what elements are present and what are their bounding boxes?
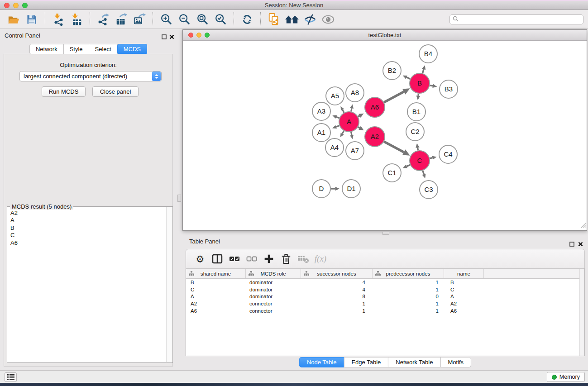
graph-node-A4[interactable]: A4 [325,138,344,157]
graph-node-B2[interactable]: B2 [383,62,401,80]
search-input[interactable] [460,16,580,23]
graph-node-B4[interactable]: B4 [419,45,437,63]
graph-node-A8[interactable]: A8 [346,84,364,102]
show-graphics-details-icon[interactable] [321,12,335,27]
table-row[interactable]: Bdominator41B [186,279,584,286]
control-tab-style[interactable]: Style [63,44,89,54]
add-column-icon[interactable] [260,249,277,268]
mcds-result-item[interactable]: A6 [8,239,166,247]
graph-node-A6[interactable]: A6 [365,97,385,117]
import-network-icon[interactable] [52,12,65,27]
criterion-dropdown[interactable]: largest connected component (directed) [19,71,162,81]
tab-network-table[interactable]: Network Table [388,357,440,367]
mcds-list-scrollbar[interactable] [166,207,172,362]
clone-network-icon[interactable] [267,12,281,27]
mcds-result-item[interactable]: A2 [8,210,166,217]
svg-text:B: B [417,79,422,87]
control-tab-select[interactable]: Select [89,44,118,54]
graph-node-A1[interactable]: A1 [312,124,330,142]
network-close-button[interactable] [188,33,193,38]
table-scrollbar[interactable] [579,269,584,356]
graph-node-C1[interactable]: C1 [383,164,401,182]
tab-motifs[interactable]: Motifs [440,357,471,367]
graph-node-D1[interactable]: D1 [342,180,360,198]
column-header-MCDS-role[interactable]: MCDS role [246,269,301,278]
tab-node-table[interactable]: Node Table [299,357,344,367]
export-network-icon[interactable] [96,12,110,27]
network-zoom-button[interactable] [205,33,210,38]
zoom-in-icon[interactable] [159,12,173,27]
network-window-titlebar[interactable]: testGlobe.txt [183,30,587,41]
graph-node-B[interactable]: B [410,73,430,93]
graph-node-A5[interactable]: A5 [326,87,344,105]
home-hierarchy-icon[interactable] [285,12,299,27]
export-table-icon[interactable] [115,12,128,27]
graph-node-A[interactable]: A [339,112,359,132]
hide-graphics-icon[interactable] [303,12,317,27]
zoom-out-icon[interactable] [177,12,191,27]
import-table-icon[interactable] [70,12,83,27]
cell-name: A6 [444,308,484,314]
column-header-name[interactable]: name [444,269,484,278]
table-toolbar: ⚙ f(x) [186,249,585,269]
table-row[interactable]: A6connector11A6 [186,307,584,315]
save-session-icon[interactable] [25,12,38,27]
resize-grip-icon[interactable] [581,222,586,230]
table-settings-gear-icon[interactable]: ⚙ [191,249,209,268]
close-panel-button[interactable]: Close panel [92,86,139,97]
graph-node-A7[interactable]: A7 [346,142,364,160]
function-builder-icon[interactable]: f(x) [312,249,329,268]
zoom-selected-icon[interactable] [214,12,227,27]
vertical-divider-handle[interactable] [177,195,181,202]
graph-node-A2[interactable]: A2 [365,127,385,147]
minimize-window-button[interactable] [13,3,19,8]
header-filler [484,269,584,278]
deselect-all-icon[interactable] [243,249,260,268]
mcds-result-item[interactable]: B [8,224,166,232]
table-row[interactable]: Adominator80A [186,293,584,300]
graph-node-C[interactable]: C [410,151,430,171]
toolbar-separator [260,12,261,26]
zoom-fit-icon[interactable] [196,12,209,27]
task-history-button[interactable] [5,372,17,382]
graph-node-C3[interactable]: C3 [420,181,438,199]
refresh-layout-icon[interactable] [240,12,254,27]
export-image-icon[interactable] [133,12,146,27]
run-mcds-button[interactable]: Run MCDS [42,86,86,97]
control-tab-network[interactable]: Network [29,44,64,54]
cell-shared-name: C [186,287,246,292]
search-field[interactable] [449,14,583,24]
zoom-window-button[interactable] [22,3,28,8]
graph-node-C4[interactable]: C4 [439,145,457,163]
delete-table-icon[interactable] [295,249,312,268]
network-minimize-button[interactable] [196,33,201,38]
float-panel-icon[interactable] [162,33,167,41]
open-session-icon[interactable] [7,12,20,27]
column-header-successor-nodes[interactable]: successor nodes [301,269,373,278]
table-row[interactable]: Cdominator41C [186,286,584,293]
close-window-button[interactable] [4,3,10,8]
network-canvas[interactable]: AA1A2A3A4A5A6A7A8BB1B2B3B4CC1C2C3C4DD1 [183,41,587,230]
criterion-selected-value: largest connected component (directed) [20,73,152,80]
mcds-result-item[interactable]: A [8,217,166,224]
horizontal-divider-handle[interactable] [382,232,389,235]
column-header-predecessor-nodes[interactable]: predecessor nodes [373,269,444,278]
graph-node-A3[interactable]: A3 [312,102,330,120]
memory-button[interactable]: Memory [547,372,585,382]
close-panel-icon[interactable] [578,240,583,248]
mcds-result-item[interactable]: C [8,232,166,239]
select-all-check-icon[interactable] [226,249,243,268]
graph-node-B1[interactable]: B1 [407,103,425,121]
graph-arrowhead [350,104,354,109]
graph-node-D[interactable]: D [312,180,330,198]
delete-column-icon[interactable] [277,249,295,268]
column-visibility-icon[interactable] [209,249,226,268]
tab-edge-table[interactable]: Edge Table [344,357,388,367]
float-panel-icon[interactable] [569,240,574,248]
close-panel-icon[interactable] [169,33,174,41]
graph-node-C2[interactable]: C2 [406,123,424,141]
column-header-shared-name[interactable]: shared name [186,269,246,278]
control-tab-mcds[interactable]: MCDS [117,44,147,54]
graph-node-B3[interactable]: B3 [440,80,458,98]
table-row[interactable]: A2connector11A2 [186,300,584,307]
